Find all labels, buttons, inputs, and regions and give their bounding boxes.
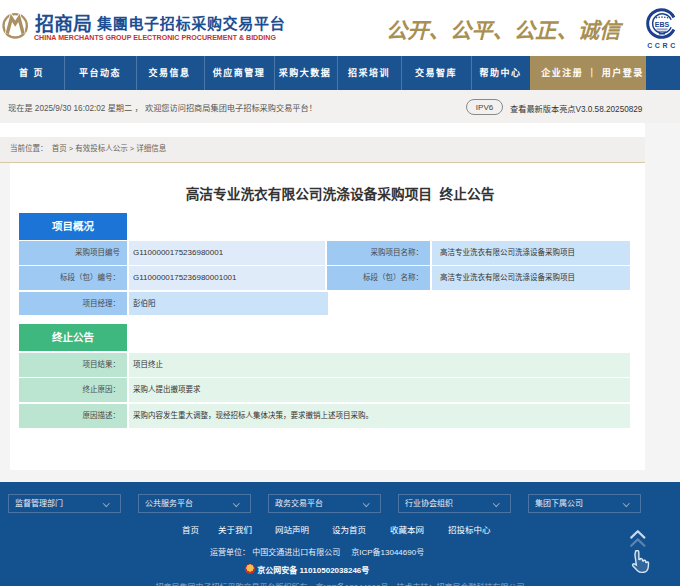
svg-text:CCRC: CCRC (647, 42, 678, 49)
svg-text:EBS: EBS (655, 21, 670, 28)
